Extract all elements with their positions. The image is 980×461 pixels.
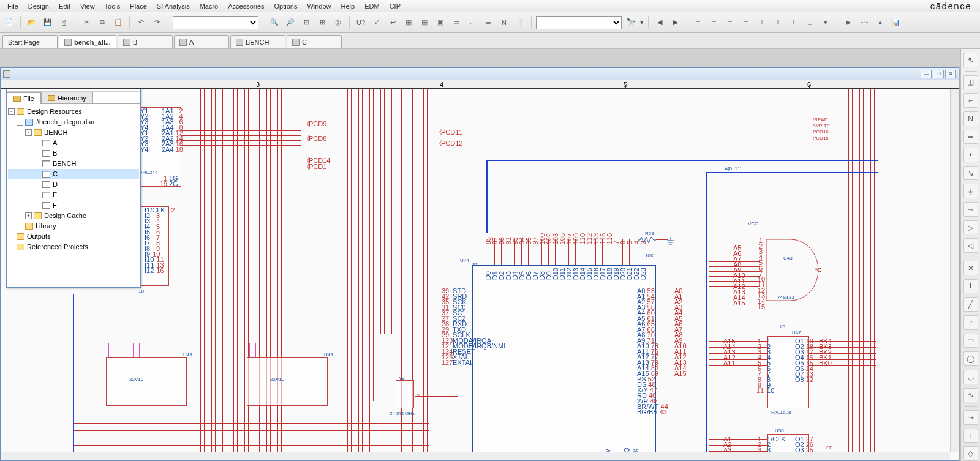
align-left-icon[interactable]: ≡ [692, 16, 705, 29]
help-icon[interactable]: ❔ [513, 16, 527, 29]
u-question-icon[interactable]: U? [354, 16, 368, 29]
tab-bench[interactable]: BENCH [230, 35, 285, 48]
place-line-icon[interactable]: ╱ [963, 297, 978, 312]
place-rectangle-icon[interactable]: ▭ [963, 334, 978, 348]
place-bezier-icon[interactable]: ∿ [963, 388, 978, 403]
place-noconnect-icon[interactable]: ✕ [963, 261, 978, 275]
ic-u48[interactable] [106, 357, 187, 406]
project-tree[interactable]: -Design Resources-.\bench_allegro.dsn-BE… [7, 104, 140, 287]
wire-icon[interactable]: ⌐ [466, 16, 479, 29]
menu-edit[interactable]: Edit [54, 1, 75, 11]
tree-node[interactable]: D [8, 179, 139, 190]
schematic-canvas[interactable]: 3 4 5 6 [1, 80, 959, 460]
expand-icon[interactable]: + [25, 212, 32, 219]
menu-view[interactable]: View [75, 1, 100, 11]
tree-node[interactable]: +Design Cache [8, 211, 139, 221]
align-bottom-icon[interactable]: ≡ [739, 16, 753, 29]
crystal-y2[interactable] [396, 380, 414, 408]
tree-node[interactable]: BENCH [8, 159, 139, 169]
menu-sianalysis[interactable]: SI Analysis [152, 1, 195, 11]
tree-node[interactable]: C [8, 169, 139, 179]
tree-node[interactable]: B [8, 148, 139, 159]
new-icon[interactable]: 📄 [2, 16, 16, 29]
menu-file[interactable]: File [2, 1, 23, 11]
maximize-icon[interactable]: ☐ [933, 70, 944, 78]
save-icon[interactable]: 💾 [41, 16, 55, 29]
place-arc-icon[interactable]: ◡ [963, 370, 978, 384]
menu-window[interactable]: Window [302, 1, 336, 11]
tab-a[interactable]: A [174, 35, 229, 48]
menu-edm[interactable]: EDM [360, 1, 384, 11]
tab-b[interactable]: B [118, 35, 173, 48]
distribute-v-icon[interactable]: ⫴ [771, 16, 785, 29]
menu-tools[interactable]: Tools [100, 1, 126, 11]
tree-node[interactable]: Outputs [8, 231, 139, 242]
place-ground-icon[interactable]: ⏦ [963, 202, 978, 217]
tab-hierarchy[interactable]: Hierarchy [41, 92, 93, 103]
tree-node[interactable]: E [8, 190, 139, 200]
close-icon[interactable]: ✕ [945, 70, 956, 78]
print-icon[interactable]: 🖨 [57, 16, 70, 29]
place-offpage-icon[interactable]: ◁ [963, 238, 978, 253]
zoom-in-icon[interactable]: 🔍 [268, 16, 281, 29]
place-pin-icon[interactable]: ⊸ [963, 410, 978, 425]
tab-bench-all[interactable]: bench_all... [59, 35, 116, 48]
tab-start-page[interactable]: Start Page [2, 35, 58, 48]
prev-icon[interactable]: ◀ [653, 16, 666, 29]
align-middle-icon[interactable]: ⟂ [803, 16, 816, 29]
place-wire-icon[interactable]: ⌐ [963, 93, 978, 108]
ic-u49[interactable] [247, 357, 328, 406]
place-net-icon[interactable]: N [963, 111, 978, 126]
minimize-icon[interactable]: — [921, 70, 932, 78]
more-icon[interactable]: ▾ [819, 16, 832, 29]
align-right-icon[interactable]: ≡ [707, 16, 721, 29]
expand-icon[interactable]: - [17, 119, 23, 126]
redo-icon[interactable]: ↷ [150, 16, 164, 29]
next-icon[interactable]: ▶ [669, 16, 682, 29]
tree-node[interactable]: -BENCH [8, 127, 139, 138]
zoom-fit-icon[interactable]: ⊞ [315, 16, 329, 29]
tab-file[interactable]: File [7, 92, 41, 104]
tree-node[interactable]: F [8, 200, 139, 211]
menu-macro[interactable]: Macro [195, 1, 224, 11]
tree-node[interactable]: -Design Resources [8, 107, 139, 117]
select-icon[interactable]: ↖ [963, 53, 978, 67]
bus-icon[interactable]: ═ [481, 16, 495, 29]
netlist-icon[interactable]: ▦ [418, 16, 431, 29]
expand-icon[interactable]: - [25, 129, 32, 136]
menu-place[interactable]: Place [125, 1, 152, 11]
copy-icon[interactable]: ⧉ [96, 16, 109, 29]
undo-icon[interactable]: ↶ [134, 16, 148, 29]
tree-node[interactable]: Referenced Projects [8, 242, 139, 252]
menu-design[interactable]: Design [23, 1, 54, 11]
align-center-icon[interactable]: ⊥ [787, 16, 801, 29]
part-icon[interactable]: ▭ [450, 16, 463, 29]
schematic-window-titlebar[interactable]: — ☐ ✕ [1, 68, 959, 80]
menu-cip[interactable]: CIP [385, 1, 405, 11]
menu-help[interactable]: Help [336, 1, 360, 11]
expand-icon[interactable]: - [8, 108, 15, 115]
tree-node[interactable]: A [8, 138, 139, 148]
zoom-page-icon[interactable]: ◎ [331, 16, 345, 29]
drc-icon[interactable]: ▦ [402, 16, 415, 29]
menu-options[interactable]: Options [270, 1, 303, 11]
cut-icon[interactable]: ✂ [80, 16, 93, 29]
find-combo[interactable] [536, 16, 622, 29]
tree-node[interactable]: -.\bench_allegro.dsn [8, 117, 139, 127]
place-port-icon[interactable]: ▷ [963, 220, 978, 235]
back-annotate-icon[interactable]: ↩ [386, 16, 399, 29]
place-text-icon[interactable]: T [963, 279, 978, 294]
place-busentry-icon[interactable]: ↘ [963, 166, 978, 181]
place-power-icon[interactable]: ⏚ [963, 184, 978, 198]
tree-node[interactable]: Library [8, 221, 139, 231]
place-bus-icon[interactable]: ═ [963, 130, 978, 144]
zoom-out-icon[interactable]: 🔎 [284, 16, 297, 29]
annotate-icon[interactable]: ✓ [370, 16, 383, 29]
tab-c[interactable]: C [287, 35, 342, 48]
run-icon[interactable]: ● [873, 16, 887, 29]
horizontal-scrollbar[interactable] [1, 452, 950, 460]
distribute-h-icon[interactable]: ⫴ [755, 16, 769, 29]
place-ieee-icon[interactable]: ◇ [963, 446, 978, 461]
align-top-icon[interactable]: ≡ [723, 16, 737, 29]
paste-icon[interactable]: 📋 [111, 16, 125, 29]
